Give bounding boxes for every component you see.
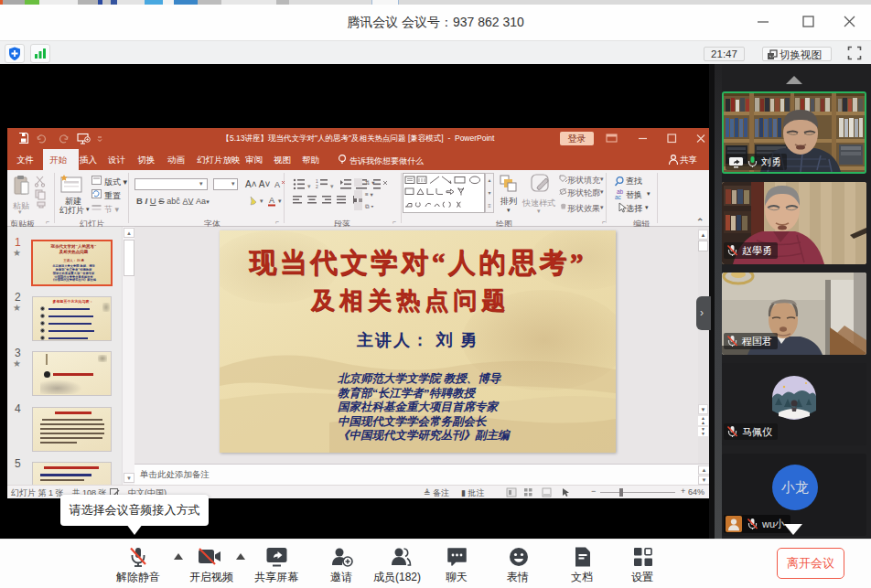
svg-text:2: 2 xyxy=(316,184,318,189)
svg-text:⇅ ▾: ⇅ ▾ xyxy=(365,179,375,186)
svg-text:⧉ ▾: ⧉ ▾ xyxy=(365,203,373,209)
svg-text:A: A xyxy=(269,196,274,205)
svg-text:▾: ▾ xyxy=(307,183,311,189)
svg-text:ac: ac xyxy=(615,194,622,200)
svg-text:▾: ▾ xyxy=(330,183,334,189)
svg-text:≡ ▾: ≡ ▾ xyxy=(365,191,374,198)
svg-text:▾: ▾ xyxy=(278,198,282,204)
svg-text:▾: ▾ xyxy=(260,198,263,204)
svg-text:A: A xyxy=(274,180,280,189)
